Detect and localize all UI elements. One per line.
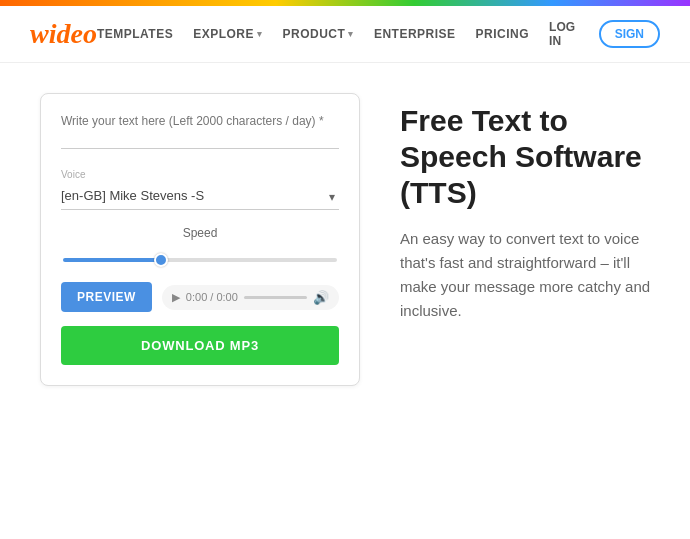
- speed-slider-wrapper: [61, 248, 339, 266]
- speed-label: Speed: [61, 226, 339, 240]
- nav-signup-button[interactable]: SIGN: [599, 20, 660, 48]
- description-panel: Free Text to Speech Software (TTS) An ea…: [400, 93, 660, 323]
- description-title: Free Text to Speech Software (TTS): [400, 103, 660, 211]
- audio-progress-bar[interactable]: [244, 296, 307, 299]
- play-icon[interactable]: ▶: [172, 291, 180, 304]
- voice-label: Voice: [61, 169, 339, 180]
- voice-select[interactable]: [en-GB] Mike Stevens -S: [61, 184, 339, 210]
- nav-pricing[interactable]: PRICING: [476, 27, 530, 41]
- description-body: An easy way to convert text to voice tha…: [400, 227, 660, 323]
- voice-select-wrapper: [en-GB] Mike Stevens -S ▾: [61, 184, 339, 210]
- controls-row: PREVIEW ▶ 0:00 / 0:00 🔊: [61, 282, 339, 312]
- tts-form-panel: Voice [en-GB] Mike Stevens -S ▾ Speed PR…: [40, 93, 360, 386]
- audio-player: ▶ 0:00 / 0:00 🔊: [162, 285, 339, 310]
- main-nav: TEMPLATES EXPLORE ▾ PRODUCT ▾ ENTERPRISE…: [97, 20, 660, 48]
- site-header: wideo TEMPLATES EXPLORE ▾ PRODUCT ▾ ENTE…: [0, 6, 690, 63]
- text-input[interactable]: [61, 114, 339, 149]
- download-mp3-button[interactable]: DOWNLOAD MP3: [61, 326, 339, 365]
- time-display: 0:00 / 0:00: [186, 291, 238, 303]
- explore-chevron-icon: ▾: [257, 29, 263, 39]
- nav-login[interactable]: LOG IN: [549, 20, 579, 48]
- preview-button[interactable]: PREVIEW: [61, 282, 152, 312]
- main-content: Voice [en-GB] Mike Stevens -S ▾ Speed PR…: [0, 63, 690, 406]
- speed-slider[interactable]: [63, 258, 337, 262]
- logo[interactable]: wideo: [30, 18, 97, 50]
- volume-icon[interactable]: 🔊: [313, 290, 329, 305]
- nav-enterprise[interactable]: ENTERPRISE: [374, 27, 456, 41]
- nav-templates[interactable]: TEMPLATES: [97, 27, 173, 41]
- nav-explore[interactable]: EXPLORE ▾: [193, 27, 262, 41]
- nav-product[interactable]: PRODUCT ▾: [283, 27, 354, 41]
- product-chevron-icon: ▾: [348, 29, 354, 39]
